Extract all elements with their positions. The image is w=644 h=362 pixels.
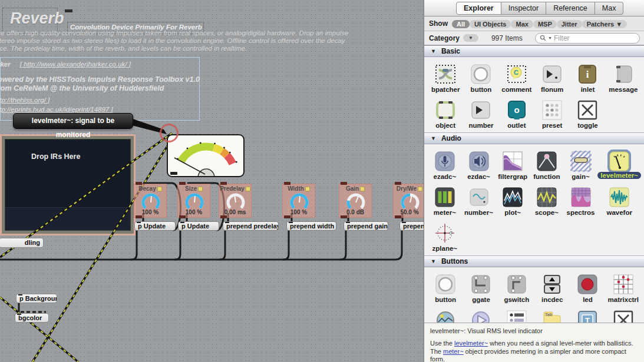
show-filter-patchers--[interactable]: Patchers ▼ [582, 20, 627, 28]
object-label: button [471, 86, 492, 93]
message-box-p-update[interactable]: p Update [178, 221, 219, 231]
dial-decay[interactable]: Decay100 % [134, 184, 167, 218]
disclosure-triangle-icon[interactable]: ▼ [431, 135, 436, 141]
object-item-ggate[interactable]: ggate [463, 270, 498, 305]
tab-inspector[interactable]: Inspector [501, 2, 546, 15]
object-item-outlet[interactable]: ooutlet [499, 95, 534, 131]
object-item-preset[interactable]: preset [534, 95, 570, 131]
function-icon [535, 150, 559, 173]
object-item-button[interactable]: button [463, 59, 498, 95]
show-filter-ui-objects[interactable]: UI Objects [470, 20, 511, 28]
dial-value: 100 % [178, 209, 210, 215]
led-icon [576, 273, 599, 296]
show-filter-row: Show AllUI ObjectsMaxMSPJitterPatchers ▼ [424, 16, 644, 31]
object-label: inlet [581, 86, 595, 93]
object-label: message [609, 86, 638, 93]
disclosure-triangle-icon[interactable]: ▼ [431, 258, 436, 264]
object-item-plot[interactable]: plot~ [496, 182, 530, 218]
tab-explorer[interactable]: Explorer [456, 2, 501, 15]
object-item-comment[interactable]: Ccomment [499, 59, 534, 95]
message-box-prepend[interactable]: prepend [399, 221, 424, 231]
show-filter-jitter[interactable]: Jitter [557, 20, 582, 28]
section-header-buttons[interactable]: ▼Buttons [424, 255, 644, 267]
object-item-meter[interactable]: meter~ [428, 182, 462, 218]
dial-drywe[interactable]: Dry/We50.0 % [393, 184, 424, 218]
object-item-zplane[interactable]: zplane~ [428, 218, 462, 254]
object-sections: ▼BasicbpatcherbuttonCcommentflonumiinlet… [424, 45, 644, 343]
filter-search-input[interactable]: ▼ Filter [535, 33, 640, 44]
tab-reference[interactable]: Reference [546, 2, 595, 15]
object-item-led[interactable]: led [570, 270, 605, 305]
search-scope-dropdown-icon[interactable]: ▼ [548, 36, 552, 40]
object-item-spectros[interactable]: spectros [564, 182, 598, 218]
levelmeter-widget[interactable] [167, 134, 245, 177]
outlet-nub [341, 215, 347, 218]
object-item-gain[interactable]: gain~ [564, 147, 598, 182]
category-label: Category [429, 34, 460, 42]
object-label: scope~ [535, 209, 559, 216]
inlet-nub [341, 182, 347, 185]
dial-predelay[interactable]: Predelay0.00 ms [219, 184, 252, 218]
object-item-wavefor[interactable]: wavefor [597, 182, 641, 218]
object-label: wavefor [606, 209, 632, 216]
category-dropdown-button[interactable]: ▼ [463, 34, 478, 42]
reference-link-levelmeter[interactable]: levelmeter~ [454, 340, 488, 347]
object-item-ezdac[interactable]: ezdac~ [462, 147, 496, 182]
dial-arc [223, 191, 249, 209]
object-item-matrixctrl[interactable]: matrixctrl [606, 270, 641, 305]
ir-handling-object[interactable]: dling [0, 238, 44, 248]
dial-arc [343, 191, 369, 209]
object-label: matrixctrl [608, 296, 639, 303]
object-item-number[interactable]: number [463, 95, 498, 131]
filtergraph-icon [501, 150, 524, 173]
object-item-incdec[interactable]: incdec [534, 270, 570, 305]
object-label: ezadc~ [433, 173, 456, 180]
gain-icon [569, 150, 593, 173]
object-item-message[interactable]: message [606, 59, 641, 95]
p-background-object[interactable]: p Background [16, 294, 57, 303]
patcher-canvas[interactable]: Reverb Convolution Device Primarily For … [0, 0, 424, 362]
object-label: number [468, 122, 493, 129]
object-label: plot~ [504, 209, 521, 216]
show-filter-msp[interactable]: MSP [533, 20, 557, 28]
message-icon [612, 62, 635, 86]
gswitch-icon [505, 273, 529, 296]
object-item-gswitch[interactable]: gswitch [499, 270, 534, 305]
object-item-object[interactable]: object [428, 95, 463, 131]
tab-max[interactable]: Max [595, 2, 624, 15]
reference-link-meter[interactable]: meter~ [443, 348, 464, 355]
inlet-nub [220, 182, 227, 185]
object-item-inlet[interactable]: iinlet [570, 59, 605, 95]
object-item-function[interactable]: function [530, 147, 564, 182]
message-box-prepend-gain[interactable]: prepend gain [344, 221, 388, 231]
object-item-ezadc[interactable]: ezadc~ [428, 147, 462, 182]
message-box-prepend-predelay[interactable]: prepend predelay [223, 221, 279, 231]
dial-value: 0.00 ms [219, 209, 251, 215]
object-label: number~ [464, 209, 493, 216]
dial-gain[interactable]: Gain0.0 dB [339, 184, 372, 218]
object-label: preset [542, 122, 563, 129]
section-header-basic[interactable]: ▼Basic [424, 45, 644, 57]
bgcolor-object[interactable]: bgcolor [15, 313, 49, 323]
dial-width[interactable]: Width100 % [282, 184, 315, 218]
disclosure-triangle-icon[interactable]: ▼ [431, 48, 436, 54]
show-filter-max[interactable]: Max [511, 20, 533, 28]
object-label: meter~ [434, 209, 456, 216]
message-box-prepend-width[interactable]: prepend width [286, 221, 336, 231]
object-item-flonum[interactable]: flonum [534, 59, 570, 95]
dial-arc [138, 191, 164, 209]
object-label: ggate [472, 296, 490, 303]
message-box-p-update[interactable]: p Update [134, 221, 176, 231]
object-item-number[interactable]: number~ [462, 182, 496, 218]
show-filter-all[interactable]: All [452, 20, 470, 28]
object-item-bpatcher[interactable]: bpatcher [428, 59, 463, 95]
object-item-filtergrap[interactable]: filtergrap [496, 147, 530, 182]
meter-icon [433, 185, 457, 209]
section-header-audio[interactable]: ▼Audio [424, 132, 644, 144]
object-item-levelmeter[interactable]: levelmeter~ [597, 147, 641, 182]
dial-size[interactable]: Size100 % [177, 184, 210, 218]
object-item-button[interactable]: button [428, 270, 463, 305]
outlet-nub [395, 215, 401, 218]
object-item-toggle[interactable]: toggle [570, 95, 605, 131]
object-item-scope[interactable]: scope~ [530, 182, 564, 218]
